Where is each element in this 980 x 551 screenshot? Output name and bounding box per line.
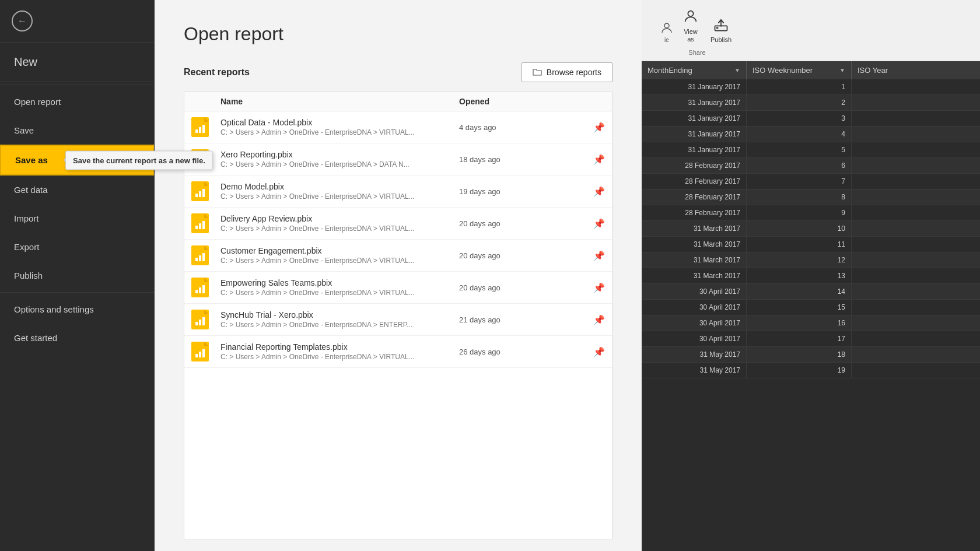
data-table-row: 31 January 2017 2 — [642, 95, 980, 111]
partial-icon — [660, 21, 674, 35]
cell-year-9 — [852, 221, 910, 236]
sidebar-item-options[interactable]: Options and settings — [0, 295, 154, 324]
svg-rect-3 — [716, 27, 719, 29]
sidebar-item-publish[interactable]: Publish — [0, 261, 154, 290]
cell-week-7: 8 — [747, 189, 852, 205]
col-month-ending[interactable]: MonthEnding ▼ — [642, 61, 747, 79]
ribbon-share-group: ie Viewas — [651, 5, 743, 56]
sidebar-item-save-as[interactable]: Save as Save the current report as a new… — [0, 145, 154, 176]
cell-week-17: 18 — [747, 347, 852, 362]
cell-month-0: 31 January 2017 — [642, 79, 747, 94]
cell-month-11: 31 March 2017 — [642, 252, 747, 268]
pin-icon-0[interactable]: 📌 — [593, 122, 605, 133]
file-opened-0: 4 days ago — [459, 123, 576, 132]
table-row[interactable]: Customer Engagement.pbix C: > Users > Ad… — [184, 240, 612, 272]
main-panel: Open report Recent reports Browse report… — [155, 0, 642, 551]
file-icon-4 — [191, 245, 220, 265]
sidebar-item-import[interactable]: Import — [0, 204, 154, 233]
data-table-row: 30 April 2017 15 — [642, 300, 980, 315]
file-opened-5: 20 days ago — [459, 283, 576, 292]
data-table-row: 28 February 2017 9 — [642, 205, 980, 221]
file-info-2: Demo Model.pbix C: > Users > Admin > One… — [220, 182, 459, 201]
folder-icon — [533, 68, 542, 77]
cell-week-1: 2 — [747, 95, 852, 110]
file-icon-0 — [191, 117, 220, 137]
table-row[interactable]: Optical Data - Model.pbix C: > Users > A… — [184, 111, 612, 143]
cell-month-3: 31 January 2017 — [642, 127, 747, 142]
data-table-row: 31 May 2017 18 — [642, 347, 980, 363]
data-table-row: 30 April 2017 14 — [642, 284, 980, 300]
data-table-row: 28 February 2017 8 — [642, 189, 980, 205]
file-icon-1 — [191, 149, 220, 169]
file-info-3: Delivery App Review.pbix C: > Users > Ad… — [220, 214, 459, 233]
cell-year-11 — [852, 252, 910, 268]
cell-year-8 — [852, 205, 910, 220]
sidebar-item-get-started[interactable]: Get started — [0, 324, 154, 352]
cell-week-2: 3 — [747, 111, 852, 126]
col-header-name: Name — [220, 97, 459, 106]
table-header: Name Opened — [184, 92, 612, 111]
table-row[interactable]: Financial Reporting Templates.pbix C: > … — [184, 336, 612, 368]
publish-icon — [712, 15, 730, 34]
cell-year-16 — [852, 331, 910, 346]
table-row[interactable]: SyncHub Trial - Xero.pbix C: > Users > A… — [184, 304, 612, 336]
sidebar-item-save[interactable]: Save — [0, 116, 154, 145]
browse-reports-button[interactable]: Browse reports — [522, 62, 612, 82]
file-info-6: SyncHub Trial - Xero.pbix C: > Users > A… — [220, 310, 459, 329]
sidebar-item-get-data[interactable]: Get data — [0, 176, 154, 204]
data-table-row: 31 March 2017 13 — [642, 268, 980, 284]
cell-year-13 — [852, 284, 910, 299]
table-row[interactable]: Delivery App Review.pbix C: > Users > Ad… — [184, 208, 612, 240]
cell-month-14: 30 April 2017 — [642, 300, 747, 315]
section-header: Recent reports Browse reports — [184, 62, 612, 82]
table-row[interactable]: Demo Model.pbix C: > Users > Admin > One… — [184, 176, 612, 208]
sidebar-item-new[interactable]: New — [0, 43, 154, 82]
data-table-row: 31 May 2017 19 — [642, 363, 980, 378]
pin-icon-2[interactable]: 📌 — [593, 186, 605, 197]
file-opened-6: 21 days ago — [459, 315, 576, 324]
cell-month-5: 28 February 2017 — [642, 158, 747, 173]
pin-icon-4[interactable]: 📌 — [593, 250, 605, 261]
cell-year-3 — [852, 127, 910, 142]
cell-week-6: 7 — [747, 174, 852, 189]
cell-week-18: 19 — [747, 363, 852, 378]
back-button[interactable]: ← — [0, 0, 154, 43]
reports-list: Optical Data - Model.pbix C: > Users > A… — [184, 111, 612, 368]
cell-year-12 — [852, 268, 910, 283]
col-header-pin — [576, 97, 605, 106]
cell-year-15 — [852, 315, 910, 331]
cell-month-2: 31 January 2017 — [642, 111, 747, 126]
pin-icon-6[interactable]: 📌 — [593, 314, 605, 325]
cell-year-18 — [852, 363, 910, 378]
data-table-header: MonthEnding ▼ ISO Weeknumber ▼ ISO Year — [642, 61, 980, 79]
publish-button[interactable]: Publish — [706, 13, 736, 45]
data-panel: MonthEnding ▼ ISO Weeknumber ▼ ISO Year … — [642, 61, 980, 551]
pin-icon-1[interactable]: 📌 — [593, 154, 605, 165]
data-table-row: 31 January 2017 5 — [642, 142, 980, 158]
cell-week-5: 6 — [747, 158, 852, 173]
table-row[interactable]: Empowering Sales Teams.pbix C: > Users >… — [184, 272, 612, 304]
pin-icon-7[interactable]: 📌 — [593, 346, 605, 357]
file-icon-2 — [191, 181, 220, 201]
pin-icon-5[interactable]: 📌 — [593, 282, 605, 293]
svg-point-1 — [688, 11, 693, 16]
cell-month-10: 31 March 2017 — [642, 237, 747, 252]
file-info-7: Financial Reporting Templates.pbix C: > … — [220, 342, 459, 361]
col-iso-year[interactable]: ISO Year — [852, 61, 910, 79]
cell-week-10: 11 — [747, 237, 852, 252]
cell-week-8: 9 — [747, 205, 852, 220]
sidebar-item-export[interactable]: Export — [0, 233, 154, 261]
cell-week-11: 12 — [747, 252, 852, 268]
cell-month-15: 30 April 2017 — [642, 315, 747, 331]
pin-icon-3[interactable]: 📌 — [593, 218, 605, 229]
file-opened-7: 26 days ago — [459, 348, 576, 356]
cell-week-3: 4 — [747, 127, 852, 142]
sidebar: ← New Open report Save Save as Save the … — [0, 0, 155, 551]
sidebar-item-open-report[interactable]: Open report — [0, 87, 154, 116]
file-opened-3: 20 days ago — [459, 219, 576, 228]
cell-year-10 — [852, 237, 910, 252]
table-row[interactable]: Xero Reporting.pbix C: > Users > Admin >… — [184, 143, 612, 176]
reports-table: Name Opened Optical Data - Model.pbix C:… — [184, 92, 612, 539]
col-iso-weeknumber[interactable]: ISO Weeknumber ▼ — [747, 61, 852, 79]
view-as-button[interactable]: Viewas — [677, 5, 705, 45]
